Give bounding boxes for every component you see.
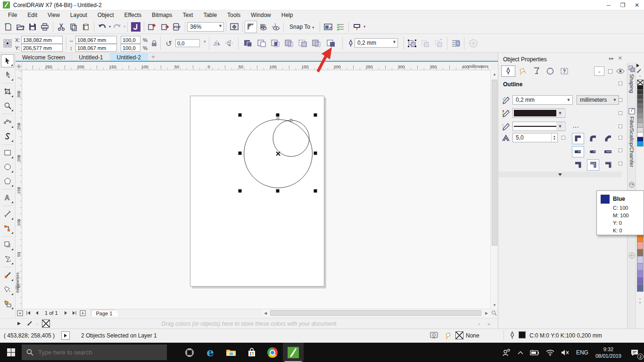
outline-color-swatch[interactable]: [519, 331, 526, 338]
corel-connect-icon[interactable]: [130, 21, 142, 33]
ellipse-tab-icon[interactable]: [544, 66, 558, 77]
store-icon[interactable]: [241, 343, 262, 362]
view-settings-icon[interactable]: [334, 21, 347, 33]
palette-scroll-down-icon[interactable]: ⌄: [636, 296, 644, 300]
group-objects-icon[interactable]: [406, 38, 418, 49]
horizontal-ruler[interactable]: 25020015010050050100150200250300350400 m…: [22, 63, 490, 70]
scroll-up-icon[interactable]: ▲: [491, 70, 498, 78]
vertical-ruler[interactable]: 300250200150100500 millimeters: [16, 70, 22, 309]
shaping-docker-icon[interactable]: [628, 66, 635, 72]
color-swatch[interactable]: [637, 141, 644, 147]
status-flyout-button[interactable]: [61, 331, 70, 340]
tab-untitled-1[interactable]: Untitled-1: [72, 53, 110, 61]
docker-tab-shaping[interactable]: Shaping: [627, 74, 636, 105]
color-swatch[interactable]: [637, 242, 644, 249]
drawing-canvas[interactable]: [22, 70, 490, 309]
outline-color-select[interactable]: ▼: [512, 108, 565, 118]
add-docker-icon[interactable]: [628, 252, 635, 259]
menu-item[interactable]: Layout: [65, 11, 92, 19]
tab-untitled-2[interactable]: Untitled-2: [110, 53, 148, 61]
mirror-horizontal-icon[interactable]: [212, 38, 223, 49]
full-screen-preview-icon[interactable]: [228, 21, 240, 33]
width-option-box[interactable]: [619, 98, 622, 102]
outline-units-select[interactable]: millimeters▼: [577, 95, 619, 105]
ruler-origin-button[interactable]: [16, 63, 22, 70]
lock-ratio-icon[interactable]: [149, 38, 160, 49]
ellipse-tool[interactable]: [1, 160, 14, 173]
new-tab-button[interactable]: +: [148, 53, 158, 61]
selection-center-mark[interactable]: [276, 152, 280, 156]
color-swatch[interactable]: [637, 256, 644, 263]
summary-tab-icon[interactable]: ?: [557, 66, 571, 77]
corner-round-button[interactable]: [587, 133, 599, 144]
language-indicator[interactable]: ENG: [573, 343, 592, 362]
artistic-media-tool[interactable]: [1, 130, 14, 143]
simplify-icon[interactable]: [283, 38, 295, 49]
show-rulers-icon[interactable]: [245, 21, 257, 33]
docker-close-icon[interactable]: ✕: [618, 55, 622, 61]
first-page-icon[interactable]: [24, 309, 33, 317]
import-icon[interactable]: [146, 21, 158, 33]
position-inside-button[interactable]: [602, 159, 614, 171]
object-height-input[interactable]: [75, 44, 117, 52]
menu-item[interactable]: Edit: [22, 11, 42, 19]
position-centered-button[interactable]: [587, 159, 599, 171]
color-option-box[interactable]: [619, 111, 622, 115]
color-swatch[interactable]: [637, 270, 644, 278]
show-grid-icon[interactable]: [257, 21, 269, 33]
menu-item[interactable]: Window: [246, 11, 276, 19]
trim-icon[interactable]: [256, 38, 267, 49]
menu-item[interactable]: Tools: [222, 11, 246, 19]
start-button[interactable]: [0, 343, 22, 362]
taskbar-search[interactable]: [22, 345, 167, 360]
fillet-docker-icon[interactable]: [628, 108, 635, 115]
scale-v-input[interactable]: [121, 44, 140, 52]
publish-pdf-icon[interactable]: PDF: [171, 21, 183, 33]
print-icon[interactable]: [39, 21, 51, 33]
cap-option-box[interactable]: [619, 148, 622, 152]
show-guidelines-icon[interactable]: [269, 21, 281, 33]
paste-icon[interactable]: [80, 21, 92, 33]
polygon-tool[interactable]: [1, 174, 14, 188]
scroll-down-icon[interactable]: ▼: [491, 301, 498, 309]
object-width-input[interactable]: [75, 36, 117, 44]
palette-more-icon[interactable]: »: [487, 321, 490, 327]
add-page-after-icon[interactable]: [79, 309, 87, 317]
drop-shadow-tool[interactable]: [1, 238, 14, 251]
palette-scroll-up-icon[interactable]: ⌃: [636, 75, 644, 80]
fill-none-swatch[interactable]: [455, 331, 463, 339]
weld-icon[interactable]: [242, 38, 254, 49]
mirror-vertical-icon[interactable]: [223, 38, 235, 49]
circle-node[interactable]: [277, 118, 279, 120]
color-swatch[interactable]: [637, 277, 644, 285]
add-page-before-icon[interactable]: [16, 309, 24, 317]
zoom-level-select[interactable]: 36%▼: [187, 22, 224, 32]
open-icon[interactable]: [14, 21, 26, 33]
scroll-panel-icon[interactable]: ⌄: [594, 66, 604, 76]
edge-icon[interactable]: e: [200, 343, 221, 362]
battery-icon[interactable]: [527, 343, 543, 362]
vertical-scrollbar[interactable]: ▲ ▼: [490, 70, 498, 309]
front-minus-back-icon[interactable]: [297, 38, 308, 49]
palette-scroll-right-icon[interactable]: ›: [478, 321, 480, 327]
y-position-input[interactable]: [21, 44, 63, 52]
section-option-box[interactable]: [619, 82, 622, 85]
text-wrap-icon[interactable]: [450, 38, 462, 49]
ungroup-objects-icon[interactable]: [420, 38, 431, 49]
people-icon[interactable]: [499, 343, 514, 362]
menu-item[interactable]: Object: [92, 11, 119, 19]
save-icon[interactable]: [26, 21, 39, 33]
pick-tool[interactable]: [1, 54, 14, 67]
copy-icon[interactable]: [67, 21, 80, 33]
file-explorer-icon[interactable]: [221, 343, 241, 362]
scale-h-input[interactable]: [121, 36, 140, 44]
redo-icon[interactable]: [111, 21, 123, 33]
menu-item[interactable]: File: [3, 11, 22, 19]
restore-button[interactable]: ❐: [616, 0, 630, 10]
menu-item[interactable]: Text: [177, 11, 198, 19]
zoom-tool[interactable]: [1, 99, 14, 112]
last-page-icon[interactable]: [70, 309, 79, 317]
smart-fill-tool[interactable]: [1, 297, 14, 310]
scroll-right-icon[interactable]: ▶: [483, 309, 490, 317]
position-outside-button[interactable]: [572, 159, 584, 171]
